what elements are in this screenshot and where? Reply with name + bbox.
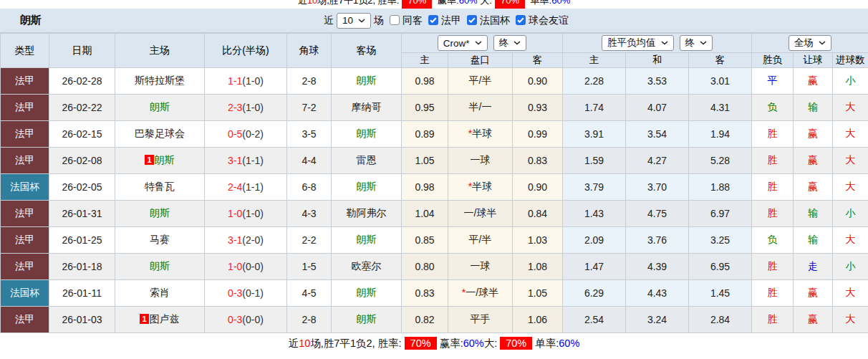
col-wdl-result: 胜 [752, 201, 794, 227]
odds-time-select[interactable]: 终 [493, 35, 527, 51]
col-goals-result: 小 [833, 201, 868, 227]
col-goals-result: 大 [833, 280, 868, 307]
handicap-text: 平/半 [469, 234, 492, 245]
col-euro-draw-odds: 3.70 [626, 174, 689, 201]
col-header-type: 类型 [1, 34, 49, 68]
col-wdl-result-value: 胜 [768, 287, 778, 298]
col-handicap-result-value: 赢 [808, 128, 818, 139]
col-corners: 3-5 [287, 121, 332, 148]
col-euro-away-odds: 1.94 [689, 121, 752, 148]
odds-company-select[interactable]: Crow* [438, 35, 488, 51]
col-home-team: 特鲁瓦 [115, 174, 205, 201]
table-row: 法甲26-02-28斯特拉斯堡1-1(1-0)2-8朗斯0.98平/半0.902… [1, 68, 868, 95]
col-handicap-result: 赢 [794, 307, 833, 333]
col-euro-away-odds: 2.84 [689, 307, 752, 333]
col-handicap-result-value: 赢 [808, 287, 818, 298]
full-time-score: 0-5 [228, 128, 242, 140]
chevron-down-icon [475, 41, 482, 45]
stats-text: 赢率: [435, 0, 458, 6]
subcol-handicap: 盘口 [448, 53, 513, 68]
filter-controls: 近 10 场 同客法甲法国杯球会友谊 [324, 9, 569, 32]
full-time-score: 0-3 [228, 314, 242, 325]
col-handicap-result: 赢 [794, 121, 833, 148]
scope-select[interactable]: 全场 [789, 35, 831, 51]
recent-matches-select[interactable]: 10 [337, 13, 371, 29]
handicap-text: 半球 [472, 181, 492, 192]
col-goals-result-value: 大 [846, 234, 856, 245]
table-body: 法甲26-02-28斯特拉斯堡1-1(1-0)2-8朗斯0.98平/半0.902… [1, 68, 868, 333]
col-away-team: 朗斯 [332, 307, 402, 333]
filter-checkbox-1[interactable] [428, 15, 438, 25]
col-score: 3-1(2-0) [205, 227, 287, 254]
col-handicap-result: 输 [794, 95, 833, 121]
col-handicap-result: 赢 [794, 68, 833, 95]
col-date: 26-01-11 [49, 280, 115, 307]
col-euro-home-odds: 2.09 [563, 227, 626, 254]
handicap-text: 一球 [471, 260, 491, 272]
table-row: 法国杯26-01-11索肖0-3(0-1)4-5朗斯0.83*一/球半1.056… [1, 280, 868, 307]
col-euro-draw-odds: 3.24 [626, 307, 689, 333]
filter-checkbox-label: 球会友谊 [529, 14, 569, 26]
full-time-score: 1-0 [228, 261, 242, 272]
col-wdl-result: 胜 [752, 174, 794, 201]
title-bar: 朗斯 近 10 场 同客法甲法国杯球会友谊 [0, 9, 868, 33]
col-euro-away-odds: 1.45 [689, 280, 752, 307]
full-time-score: 1-0 [228, 208, 242, 219]
col-asian-home-odds: 1.05 [402, 148, 448, 174]
home-team-name: 巴黎足球会 [135, 128, 185, 139]
col-date: 26-02-22 [49, 95, 115, 121]
col-home-team: 巴黎足球会 [115, 121, 205, 148]
summary-stats-line: 近10场,胜7平1负2, 胜率:70% 赢率:60% 大:70% 单率:60% [0, 333, 868, 353]
col-away-team: 雷恩 [332, 148, 402, 174]
subcol-asian-away: 客 [513, 53, 563, 68]
rank-badge: 1 [140, 314, 148, 324]
clipped-stats-line: 近10场,胜7平1负2, 胜率:70% 赢率:60% 大:70% 单率:60% [0, 0, 868, 9]
col-asian-away-odds: 0.90 [513, 174, 563, 201]
euro-time-select[interactable]: 终 [680, 35, 713, 51]
filter-checkbox-0[interactable] [390, 15, 400, 25]
col-goals-result: 大 [833, 95, 868, 121]
col-asian-home-odds: 0.85 [402, 227, 448, 254]
rank-badge: 1 [145, 155, 153, 165]
subcol-asian-home: 主 [402, 53, 448, 68]
col-handicap-result-value: 输 [808, 234, 818, 245]
col-corners: 4-4 [287, 148, 332, 174]
stats-text: 60% [551, 0, 570, 6]
filter-checkbox-3[interactable] [516, 15, 526, 25]
stats-text: 大: [484, 337, 498, 350]
col-euro-draw-odds: 4.39 [626, 254, 689, 280]
stats-text: 60% [459, 0, 478, 6]
col-euro-draw-odds: 4.43 [626, 280, 689, 307]
half-time-score: (2-0) [242, 234, 264, 246]
check-icon [516, 15, 526, 25]
filter-checkbox-2[interactable] [467, 15, 477, 25]
col-home-team: 朗斯 [115, 201, 205, 227]
col-euro-home-odds: 1.74 [563, 95, 626, 121]
col-wdl-result: 负 [752, 95, 794, 121]
col-header-score: 比分(半场) [205, 34, 287, 68]
away-team-name: 朗斯 [357, 181, 377, 192]
col-wdl-result-value: 平 [768, 75, 778, 86]
col-handicap: *一/球半 [448, 280, 513, 307]
col-away-team: 朗斯 [332, 68, 402, 95]
clipped-stats-line-content: 近10场,胜7平1负2, 胜率:70% 赢率:60% 大:70% 单率:60% [0, 0, 868, 9]
table-row: 法甲26-01-31朗斯1-0(1-0)4-3勒阿弗尔1.04一/球半0.841… [1, 201, 868, 227]
away-team-name: 雷恩 [357, 154, 377, 166]
euro-company-select[interactable]: 胜平负均值 [602, 35, 674, 51]
col-euro-away-odds: 3.25 [689, 227, 752, 254]
col-asian-home-odds: 0.95 [402, 95, 448, 121]
subcol-euro-home: 主 [563, 53, 626, 68]
full-time-score: 3-1 [228, 234, 242, 246]
col-home-team: 马赛 [115, 227, 205, 254]
col-euro-home-odds: 2.28 [563, 68, 626, 95]
col-score: 1-1(1-0) [205, 68, 287, 95]
col-asian-away-odds: 1.06 [513, 307, 563, 333]
col-goals-result-value: 大 [846, 128, 856, 139]
col-date: 26-02-28 [49, 68, 115, 95]
col-date: 26-01-31 [49, 201, 115, 227]
home-team-name: 图卢兹 [150, 313, 180, 325]
col-euro-away-odds: 6.97 [689, 201, 752, 227]
away-team-name: 朗斯 [357, 75, 377, 86]
home-team-name: 朗斯 [155, 154, 175, 166]
col-type: 法国杯 [1, 280, 49, 307]
